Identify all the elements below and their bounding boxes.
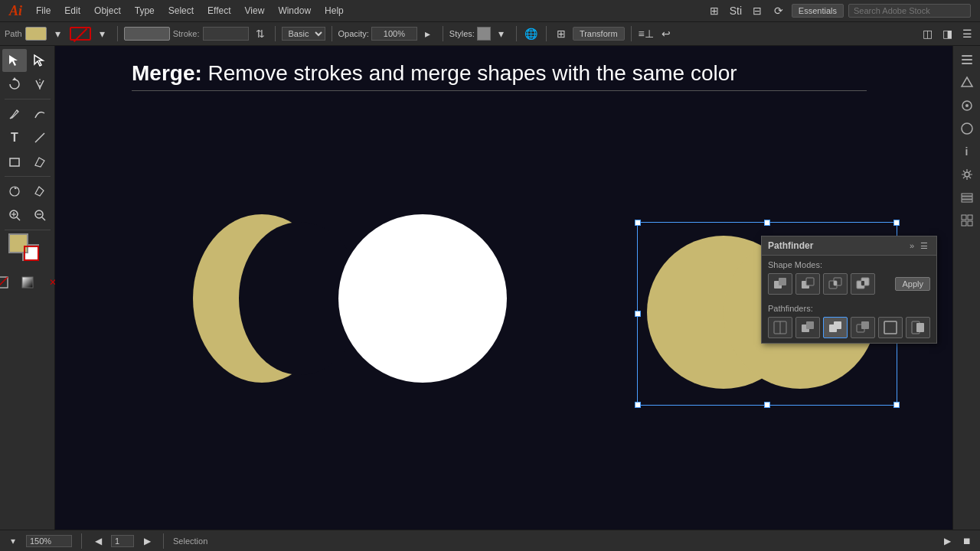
- type-tool[interactable]: T: [2, 126, 27, 149]
- menu-bar: Ai File Edit Object Type Select Effect V…: [0, 0, 980, 21]
- shape-mode-exclude[interactable]: [851, 273, 875, 295]
- stroke-style-dropdown[interactable]: Basic: [282, 27, 325, 41]
- panels-right-icon[interactable]: ◨: [939, 25, 956, 42]
- zoom-select-btn[interactable]: ▾: [6, 534, 20, 548]
- menu-type[interactable]: Type: [129, 4, 161, 18]
- panel-header: Pathfinder » ☰: [762, 236, 936, 256]
- menu-help[interactable]: Help: [318, 4, 350, 18]
- cc-libraries-icon[interactable]: [956, 72, 978, 93]
- stroke-color-swatch[interactable]: [24, 246, 39, 261]
- app-logo: Ai: [3, 3, 28, 19]
- shape-mode-minus-front[interactable]: [795, 273, 820, 295]
- shape-mode-unite[interactable]: [768, 273, 792, 295]
- svg-rect-23: [806, 278, 814, 285]
- toolbar: Path ▾ ▾ Stroke: ⇅ Basic Opacity: ▸ Styl…: [0, 21, 980, 46]
- svg-rect-21: [779, 278, 786, 285]
- menu-edit[interactable]: Edit: [58, 4, 87, 18]
- panel-menu-icon[interactable]: ☰: [918, 240, 930, 252]
- stop-btn[interactable]: ⏹: [960, 534, 974, 548]
- menu-object[interactable]: Object: [88, 4, 127, 18]
- pathfinder-divide[interactable]: [768, 317, 792, 338]
- panels-left-icon[interactable]: ◫: [919, 25, 936, 42]
- handle-top-left[interactable]: [635, 220, 641, 226]
- play-btn[interactable]: ▶: [940, 534, 954, 548]
- fill-options-icon[interactable]: ▾: [50, 25, 67, 42]
- stroke-style-selector[interactable]: [124, 27, 170, 41]
- menu-window[interactable]: Window: [272, 4, 317, 18]
- transform-button[interactable]: Transform: [573, 27, 625, 41]
- reflect-tool[interactable]: [28, 73, 52, 96]
- stroke-options-icon[interactable]: ▾: [94, 25, 111, 42]
- info-icon[interactable]: i: [956, 141, 978, 162]
- page-input[interactable]: 1: [111, 535, 134, 547]
- opacity-arrow-icon[interactable]: ▸: [420, 25, 436, 42]
- stroke-value-input[interactable]: [203, 27, 249, 41]
- align-icon[interactable]: ≡⊥: [638, 25, 655, 42]
- transform-grid-icon[interactable]: ⊞: [553, 25, 570, 42]
- crescent-shape: [193, 214, 331, 383]
- pathfinder-crop[interactable]: [851, 317, 875, 338]
- handle-mid-left[interactable]: [635, 311, 641, 317]
- rectangle-tool[interactable]: [2, 150, 27, 173]
- layers-icon[interactable]: [956, 187, 978, 208]
- styles-swatch[interactable]: [477, 27, 491, 41]
- panel-expand-icon[interactable]: »: [906, 240, 918, 252]
- pathfinder-merge[interactable]: [823, 317, 848, 338]
- grid2-icon[interactable]: [956, 210, 978, 231]
- select-tool[interactable]: [2, 49, 27, 72]
- handle-bottom-left[interactable]: [635, 402, 641, 408]
- stroke-label: Stroke:: [173, 29, 200, 38]
- canvas-area[interactable]: Merge: Remove strokes and merge shapes w…: [55, 46, 952, 530]
- rotate-tool[interactable]: [2, 73, 27, 96]
- svg-rect-52: [962, 221, 966, 226]
- grid-icon[interactable]: ⊟: [749, 2, 766, 19]
- zoom-input[interactable]: 150%: [26, 535, 72, 547]
- stroke-swatch[interactable]: [70, 27, 91, 41]
- appearance-icon[interactable]: [956, 118, 978, 139]
- handle-top-right[interactable]: [893, 220, 900, 226]
- zoom-out-tool[interactable]: [28, 204, 52, 227]
- rotate-view-tool[interactable]: [2, 180, 27, 203]
- styles-options-icon[interactable]: ▾: [493, 25, 510, 42]
- fill-swatch[interactable]: [25, 27, 47, 41]
- menu-select[interactable]: Select: [162, 4, 200, 18]
- sync-icon[interactable]: ⟳: [770, 2, 787, 19]
- shape-mode-intersect[interactable]: [823, 273, 848, 295]
- zoom-in-tool[interactable]: [2, 204, 27, 227]
- workspace-button[interactable]: Essentials: [792, 4, 844, 18]
- svg-line-16: [0, 277, 8, 288]
- search-input[interactable]: [848, 4, 971, 18]
- libraries-icon[interactable]: Sti: [727, 2, 744, 19]
- paintbucket-tool[interactable]: [28, 180, 52, 203]
- panels-options-icon[interactable]: ☰: [959, 25, 975, 42]
- opacity-input[interactable]: [371, 27, 417, 41]
- pathfinder-trim[interactable]: [795, 317, 820, 338]
- settings-icon[interactable]: [956, 164, 978, 185]
- menu-file[interactable]: File: [30, 4, 57, 18]
- pathfinder-minus-back[interactable]: [906, 317, 930, 338]
- cursor-tool-label: Selection: [173, 536, 207, 546]
- apply-button[interactable]: Apply: [895, 277, 930, 291]
- handle-bottom-right[interactable]: [893, 402, 900, 408]
- gradient-swatch[interactable]: [15, 271, 40, 294]
- menu-effect[interactable]: Effect: [201, 4, 237, 18]
- prev-artboard-btn[interactable]: ◀: [91, 534, 105, 548]
- toolbox: T: [0, 46, 55, 530]
- pencil-tool[interactable]: [2, 103, 27, 126]
- pathfinder-outline[interactable]: [878, 317, 903, 338]
- stroke-arrows-icon[interactable]: ⇅: [252, 25, 269, 42]
- wrap-icon[interactable]: ↩: [658, 25, 675, 42]
- smooth-tool[interactable]: [28, 103, 52, 126]
- none-swatch[interactable]: [0, 271, 15, 294]
- arrange-icon[interactable]: ⊞: [706, 2, 723, 19]
- next-artboard-btn[interactable]: ▶: [140, 534, 154, 548]
- brush-icon[interactable]: [956, 95, 978, 116]
- handle-bottom-center[interactable]: [764, 402, 770, 408]
- eraser-tool[interactable]: [28, 150, 52, 173]
- handle-top-center[interactable]: [764, 220, 770, 226]
- direct-select-tool[interactable]: [28, 49, 52, 72]
- globe-icon[interactable]: 🌐: [523, 25, 540, 42]
- properties-icon[interactable]: [956, 49, 978, 70]
- line-tool[interactable]: [28, 126, 52, 149]
- menu-view[interactable]: View: [239, 4, 271, 18]
